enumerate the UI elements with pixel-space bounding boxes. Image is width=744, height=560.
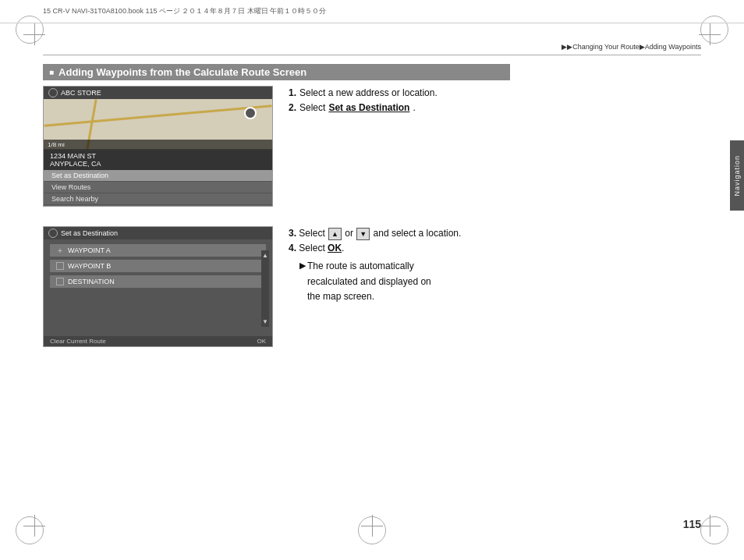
screen2-gps-icon: [48, 229, 58, 238]
screen2-item-waypointB: WAYPOINT B: [50, 260, 266, 272]
screen1-menu-item-routes: View Routes: [44, 182, 272, 193]
waypoint-b-label: WAYPOINT B: [68, 262, 111, 270]
waypoint-a-plus-icon: +: [56, 246, 64, 254]
top-rule: [43, 55, 701, 55]
destination-icon: [56, 278, 64, 285]
section-heading-text: Adding Waypoints from the Calculate Rout…: [58, 66, 306, 78]
step3: 3. Select ▲ or ▼ and select a location.: [289, 226, 701, 241]
screen1-address-line2: ANYPLACE, CA: [50, 160, 266, 168]
map-road-h: [44, 105, 271, 127]
screen1-address-line1: 1234 MAIN ST: [50, 152, 266, 160]
instructions2-area: 3. Select ▲ or ▼ and select a location. …: [289, 226, 701, 304]
map-marker: [244, 107, 257, 119]
screen2-item-waypointA: + WAYPOINT A: [50, 244, 266, 257]
down-button-icon: ▼: [356, 228, 370, 240]
waypoint-b-icon: [56, 262, 64, 270]
screen1-menu-items: Set as Destination View Routes Search Ne…: [44, 170, 272, 207]
screen2-title: Set as Destination: [61, 229, 118, 237]
screen1-map: 1/8 mi: [44, 99, 272, 150]
breadcrumb: ▶▶Changing Your Route▶Adding Waypoints: [562, 43, 701, 51]
screen2-footer-left: Clear Current Route: [50, 338, 106, 345]
bullet-line2: recalculated and displayed on: [307, 275, 431, 289]
step2-bold: Set as Destination: [328, 101, 409, 115]
screen2-titlebar: Set as Destination: [44, 227, 272, 239]
screen1-menu-item-phone: ☎ (000)000-0000: [44, 205, 272, 207]
map-info-bar: 1/8 mi: [44, 140, 272, 150]
crosshair-br: [699, 515, 721, 537]
nav-tab: Navigation: [730, 140, 744, 211]
screen2-scrollbar: ▲ ▼: [261, 250, 269, 327]
step2: 2. Select Set as Destination.: [289, 101, 701, 115]
screen2-footer: Clear Current Route OK: [44, 336, 272, 346]
scroll-up-arrow: ▲: [262, 252, 268, 259]
up-button-icon: ▲: [328, 228, 342, 240]
step1-text: Select a new address or location.: [299, 86, 438, 101]
map-scale: 1/8 mi: [48, 141, 65, 148]
crosshair-tr: [699, 23, 721, 45]
step3-text: Select ▲ or ▼ and select a location.: [299, 228, 461, 239]
bullet-section: ▶ The route is automatically recalculate…: [299, 259, 701, 304]
scroll-down-arrow: ▼: [262, 318, 268, 325]
waypoint-a-label: WAYPOINT A: [68, 246, 111, 254]
instructions-area: 1. Select a new address or location. 2. …: [289, 86, 701, 115]
step1: 1. Select a new address or location.: [289, 86, 701, 101]
screen1-address: 1234 MAIN ST ANYPLACE, CA: [44, 150, 272, 170]
screen1-menu-item-nearby: Search Nearby: [44, 193, 272, 205]
header-text: 15 CR-V NAVI-31T0A8100.book 115 ページ ２０１４…: [43, 6, 326, 16]
step2-suffix: .: [413, 101, 415, 115]
screen2-image: Set as Destination + WAYPOINT A WAYPOINT…: [43, 226, 273, 347]
bullet-line3: the map screen.: [307, 289, 431, 304]
section-heading: Adding Waypoints from the Calculate Rout…: [43, 64, 510, 80]
screen1-image: ABC STORE 1/8 mi 1234 MAIN ST ANYPLACE, …: [43, 86, 273, 207]
bullet-line1: The route is automatically: [307, 259, 431, 274]
step4-ok: OK: [328, 243, 342, 253]
step4-text: Select OK.: [299, 243, 344, 253]
crosshair-bc: [361, 515, 383, 537]
screen2-list: + WAYPOINT A WAYPOINT B DESTINATION: [44, 239, 272, 292]
screen1-title: ABC STORE: [61, 89, 101, 97]
page-number: 115: [683, 518, 701, 530]
crosshair-tl: [23, 23, 45, 45]
crosshair-bl: [23, 515, 45, 537]
screen1-gps-icon: [48, 88, 58, 97]
nav-tab-label: Navigation: [733, 155, 741, 197]
step2-prefix: Select: [299, 101, 325, 115]
step4: 4. Select OK.: [289, 241, 701, 256]
destination-label: DESTINATION: [68, 278, 115, 285]
screen1-menu-item-destination: Set as Destination: [44, 170, 272, 182]
bullet-arrow-icon: ▶: [299, 259, 306, 273]
bullet-text: The route is automatically recalculated …: [307, 259, 431, 304]
screen2-footer-right: OK: [257, 338, 266, 345]
screen2-item-destination: DESTINATION: [50, 275, 266, 288]
header-bar: 15 CR-V NAVI-31T0A8100.book 115 ページ ２０１４…: [0, 0, 744, 23]
screen1-titlebar: ABC STORE: [44, 87, 272, 99]
